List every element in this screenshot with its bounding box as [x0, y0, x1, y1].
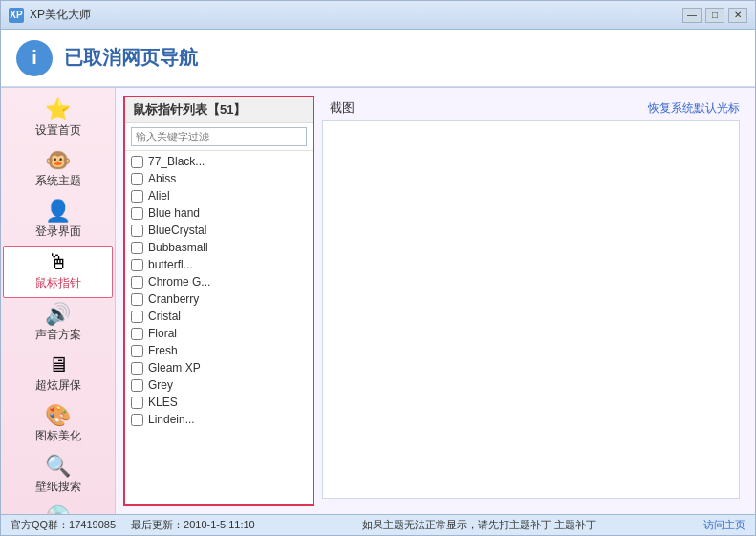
statusbar-center: 如果主题无法正常显示，请先打主题补丁 主题补丁	[274, 518, 684, 532]
mouse-cursor-icon: 🖱	[48, 252, 69, 273]
cursor-item-label: Aliel	[148, 189, 170, 203]
cursor-list-items[interactable]: 77_Black...AbissAlielBlue handBlueCrysta…	[125, 151, 313, 504]
sidebar-item-sound-scheme[interactable]: 🔊声音方案	[1, 298, 115, 349]
cursor-item-label: butterfl...	[148, 258, 193, 271]
last-update-label: 最后更新：2010-1-5 11:10	[131, 518, 255, 532]
cursor-list-item[interactable]: Bubbasmall	[125, 239, 313, 256]
sidebar-item-screen-saver[interactable]: 🖥超炫屏保	[1, 349, 115, 399]
cursor-list-item[interactable]: Fresh	[125, 342, 313, 359]
cursor-list-item[interactable]: Floral	[125, 325, 313, 342]
minimize-button[interactable]: —	[682, 8, 702, 23]
cursor-item-label: Abiss	[148, 172, 176, 185]
cursor-item-label: Grey	[148, 378, 173, 392]
cursor-checkbox[interactable]	[131, 379, 143, 392]
cursor-list-item[interactable]: Blue hand	[125, 204, 313, 222]
cursor-item-label: 77_Black...	[148, 155, 205, 168]
main-layout: ⭐设置首页🐵系统主题👤登录界面🖱鼠标指针🔊声音方案🖥超炫屏保🎨图标美化🔍壁纸搜索…	[1, 88, 755, 514]
screen-saver-label: 超炫屏保	[35, 377, 81, 394]
preview-area	[322, 120, 740, 499]
cursor-filter-input[interactable]	[131, 127, 307, 146]
sound-scheme-label: 声音方案	[35, 327, 81, 343]
icon-beauty-label: 图标美化	[35, 428, 81, 444]
wallpaper-label: 壁纸搜索	[35, 479, 81, 495]
maximize-button[interactable]: □	[705, 8, 724, 23]
preview-panel: 截图 恢复系统默认光标	[322, 96, 747, 506]
cursor-item-label: Chrome G...	[148, 275, 210, 289]
cursor-list-item[interactable]: BlueCrystal	[125, 222, 313, 239]
cursor-item-label: Bubbasmall	[148, 241, 208, 254]
cursor-list-item[interactable]: Gleam XP	[125, 359, 313, 376]
sidebar-item-settings-home[interactable]: ⭐设置首页	[1, 94, 115, 144]
cursor-list-item[interactable]: 77_Black...	[125, 153, 313, 170]
cursor-list-item[interactable]: Cranberry	[125, 290, 313, 308]
settings-home-icon: ⭐	[45, 99, 71, 120]
cursor-checkbox[interactable]	[131, 190, 143, 203]
cursor-checkbox[interactable]	[131, 207, 143, 220]
cursor-checkbox[interactable]	[131, 293, 143, 306]
cursor-list-header: 鼠标指针列表【51】	[125, 97, 313, 123]
cursor-checkbox[interactable]	[131, 156, 143, 168]
titlebar: XP XP美化大师 — □ ✕	[1, 1, 755, 30]
qq-group-label: 官方QQ群：17419085	[11, 518, 116, 532]
cursor-list-item[interactable]: Grey	[125, 376, 313, 394]
cursor-checkbox[interactable]	[131, 242, 143, 254]
cursor-item-label: Cranberry	[148, 292, 199, 306]
cursor-list-item[interactable]: Lindein...	[125, 411, 313, 428]
cursor-checkbox[interactable]	[131, 345, 143, 357]
cursor-checkbox[interactable]	[131, 414, 143, 426]
cursor-item-label: Fresh	[148, 344, 178, 357]
restore-default-link[interactable]: 恢复系统默认光标	[648, 100, 740, 117]
cursor-item-label: Lindein...	[148, 413, 195, 426]
cursor-item-label: Floral	[148, 327, 177, 340]
icon-beauty-icon: 🎨	[45, 405, 71, 426]
sidebar-item-mouse-cursor[interactable]: 🖱鼠标指针	[3, 246, 113, 298]
settings-home-label: 设置首页	[35, 122, 81, 139]
visit-main-link[interactable]: 访问主页	[703, 518, 745, 532]
cursor-item-label: Gleam XP	[148, 361, 201, 375]
cursor-checkbox[interactable]	[131, 311, 143, 323]
system-theme-icon: 🐵	[45, 150, 71, 171]
close-button[interactable]: ✕	[728, 8, 747, 23]
sidebar-item-oem-info[interactable]: 💿OEM 信息	[1, 501, 115, 514]
cursor-list-filter[interactable]	[125, 123, 313, 151]
cursor-item-label: Cristal	[148, 310, 181, 323]
oem-info-icon: 💿	[45, 506, 71, 514]
cursor-item-label: Blue hand	[148, 206, 200, 220]
app-icon: XP	[9, 8, 24, 23]
cursor-list-item[interactable]: Abiss	[125, 170, 313, 187]
cursor-list-item[interactable]: KLES	[125, 394, 313, 411]
cursor-list-panel: 鼠标指针列表【51】 77_Black...AbissAlielBlue han…	[123, 96, 314, 506]
content-area: 鼠标指针列表【51】 77_Black...AbissAlielBlue han…	[116, 88, 755, 514]
statusbar: 官方QQ群：17419085 最后更新：2010-1-5 11:10 如果主题无…	[1, 514, 755, 535]
screen-saver-icon: 🖥	[48, 354, 69, 375]
system-theme-label: 系统主题	[35, 173, 81, 189]
sidebar-item-system-theme[interactable]: 🐵系统主题	[1, 144, 115, 195]
statusbar-left: 官方QQ群：17419085 最后更新：2010-1-5 11:10	[11, 518, 255, 532]
header-title: 已取消网页导航	[64, 45, 198, 71]
cursor-checkbox[interactable]	[131, 397, 143, 409]
cursor-checkbox[interactable]	[131, 362, 143, 375]
titlebar-buttons: — □ ✕	[682, 8, 747, 23]
sidebar: ⭐设置首页🐵系统主题👤登录界面🖱鼠标指针🔊声音方案🖥超炫屏保🎨图标美化🔍壁纸搜索…	[1, 88, 116, 514]
info-icon: i	[16, 40, 53, 76]
cursor-checkbox[interactable]	[131, 225, 143, 237]
cursor-checkbox[interactable]	[131, 276, 143, 289]
main-window: XP XP美化大师 — □ ✕ i 已取消网页导航 ⭐设置首页🐵系统主题👤登录界…	[0, 0, 756, 536]
header-bar: i 已取消网页导航	[1, 30, 755, 87]
preview-label: 截图	[330, 99, 355, 117]
cursor-checkbox[interactable]	[131, 259, 143, 271]
cursor-list-item[interactable]: Aliel	[125, 187, 313, 204]
sound-scheme-icon: 🔊	[45, 304, 71, 325]
sidebar-item-login-ui[interactable]: 👤登录界面	[1, 195, 115, 246]
mouse-cursor-label: 鼠标指针	[35, 275, 81, 291]
cursor-checkbox[interactable]	[131, 173, 143, 185]
cursor-item-label: KLES	[148, 396, 178, 409]
wallpaper-icon: 🔍	[45, 456, 71, 477]
cursor-checkbox[interactable]	[131, 328, 143, 340]
preview-header: 截图 恢复系统默认光标	[322, 96, 747, 120]
cursor-list-item[interactable]: Chrome G...	[125, 273, 313, 290]
cursor-list-item[interactable]: Cristal	[125, 308, 313, 325]
sidebar-item-wallpaper[interactable]: 🔍壁纸搜索	[1, 450, 115, 501]
sidebar-item-icon-beauty[interactable]: 🎨图标美化	[1, 399, 115, 450]
cursor-list-item[interactable]: butterfl...	[125, 256, 313, 273]
